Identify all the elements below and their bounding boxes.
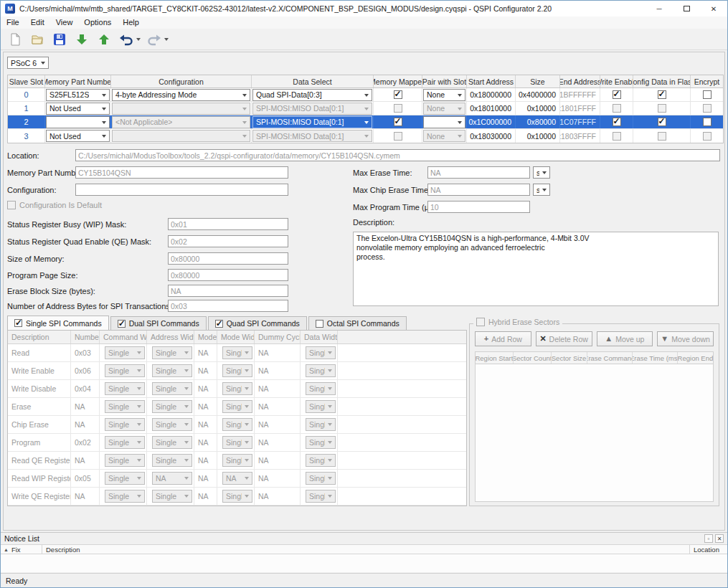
menu-view[interactable]: View	[50, 16, 79, 29]
app-window: M C:/Users/michal/mtw/mtb_shared/TARGET_…	[0, 0, 728, 588]
dual-spi-checkbox[interactable]	[118, 320, 126, 328]
command-dummy-cycles: NA	[255, 398, 301, 415]
address-width-select: Single	[152, 346, 192, 359]
redo-icon[interactable]	[146, 31, 163, 48]
write-enable-checkbox[interactable]	[613, 118, 621, 126]
program-page-size-field[interactable]	[168, 269, 288, 281]
header-description: Description	[8, 331, 71, 343]
new-file-icon[interactable]	[6, 31, 24, 48]
data-width-select: Single	[306, 436, 336, 449]
undo-menu-caret[interactable]	[136, 38, 141, 41]
sort-indicator-icon[interactable]: ▲	[4, 547, 9, 552]
quad-spi-checkbox[interactable]	[215, 320, 223, 328]
num-address-bytes-field[interactable]	[168, 300, 288, 312]
slave-slot-number: 3	[8, 129, 45, 143]
size-cell[interactable]: 0x4000000	[516, 88, 560, 101]
memory-mapped-checkbox[interactable]	[394, 90, 402, 99]
maximize-button[interactable]	[673, 1, 700, 16]
tab-dual-spi-commands[interactable]: Dual SPI Commands	[110, 316, 207, 330]
minimize-button[interactable]: ─	[646, 1, 673, 16]
header-notice-description: Description	[42, 545, 690, 554]
mode-width-select: Single	[222, 418, 252, 431]
memory-mapped-checkbox[interactable]	[394, 118, 402, 126]
size-cell[interactable]: 0x10000	[516, 129, 560, 143]
memory-part-select[interactable]: S25FL512S	[46, 89, 110, 101]
move-up-button: ▲Move up	[597, 331, 653, 346]
qe-mask-field[interactable]	[168, 235, 288, 247]
command-row-program: Program 0x02 Single Single NA Single NA …	[8, 434, 466, 452]
memory-part-select[interactable]: Not Used	[46, 130, 110, 142]
down-arrow-icon: ▼	[661, 335, 668, 343]
start-address-cell[interactable]: 0x18030000	[467, 129, 516, 143]
wip-mask-field[interactable]	[168, 218, 288, 230]
pair-with-slot-select[interactable]: None	[423, 116, 465, 128]
tab-octal-spi-commands[interactable]: Octal SPI Commands	[308, 316, 407, 330]
menu-file[interactable]: File	[1, 16, 25, 29]
command-description: Read WIP Register	[8, 470, 71, 487]
float-panel-icon[interactable]: ▫	[704, 534, 713, 543]
size-cell[interactable]: 0x10000	[516, 102, 560, 115]
data-select-select[interactable]: SPI-MOSI:MISO Data[0:1]	[252, 116, 372, 128]
slot-row-1[interactable]: 1 Not Used SPI-MOSI:MISO Data[0:1] None …	[8, 102, 723, 115]
mode-width-select: Single	[222, 364, 252, 377]
address-width-select: NA	[152, 472, 192, 485]
location-field[interactable]	[75, 149, 720, 161]
address-width-select: Single	[152, 490, 192, 503]
import-icon[interactable]	[73, 31, 90, 48]
slot-row-2[interactable]: 2 CY15B104QSN <Not Applicable> SPI-MOSI:…	[8, 115, 723, 129]
max-program-time-field[interactable]	[427, 201, 530, 213]
encrypt-checkbox[interactable]	[703, 90, 712, 99]
max-erase-time-field[interactable]	[427, 166, 530, 179]
max-erase-time-label: Max Erase Time:	[353, 169, 427, 177]
slot-row-3[interactable]: 3 Not Used SPI-MOSI:MISO Data[0:1] None …	[8, 129, 723, 143]
max-erase-time-unit-select[interactable]: s	[533, 166, 550, 179]
data-select-select[interactable]: Quad SPI-Data[0:3]	[252, 89, 372, 101]
encrypt-checkbox[interactable]	[703, 118, 712, 126]
menu-edit[interactable]: Edit	[25, 16, 50, 29]
tab-quad-spi-commands[interactable]: Quad SPI Commands	[208, 316, 307, 330]
single-spi-checkbox[interactable]	[14, 319, 22, 327]
size-cell[interactable]: 0x80000	[516, 115, 560, 128]
device-select[interactable]: PSoC 6	[7, 57, 49, 69]
erase-block-size-field[interactable]	[168, 285, 288, 297]
menu-options[interactable]: Options	[78, 16, 117, 29]
mode-width-select: NA	[222, 472, 252, 485]
mode-width-select: Single	[222, 436, 252, 449]
start-address-cell[interactable]: 0x18000000	[467, 88, 516, 101]
memory-part-number-field[interactable]	[75, 166, 288, 179]
command-mode: NA	[194, 452, 217, 469]
start-address-cell[interactable]: 0x18010000	[467, 102, 516, 115]
start-address-cell[interactable]: 0x1C000000	[467, 115, 516, 128]
memory-part-select[interactable]: CY15B104QSN	[46, 116, 110, 128]
pair-with-slot-select[interactable]: None	[423, 89, 465, 101]
max-chip-erase-time-unit-select[interactable]: s	[533, 184, 550, 196]
close-panel-icon[interactable]: ✕	[715, 534, 724, 543]
open-file-icon[interactable]	[29, 31, 46, 48]
octal-spi-checkbox[interactable]	[316, 320, 323, 328]
configuration-field[interactable]	[75, 184, 288, 196]
memory-mapped-checkbox	[394, 132, 402, 141]
configuration-select[interactable]: 4-byte Addressing Mode	[112, 89, 250, 101]
export-icon[interactable]	[95, 31, 113, 48]
write-enable-checkbox	[613, 132, 621, 141]
command-width-select: Single	[105, 490, 145, 503]
config-data-in-flash-checkbox[interactable]	[658, 118, 666, 126]
close-button[interactable]: ✕	[700, 1, 727, 16]
save-icon[interactable]	[51, 31, 68, 48]
undo-icon[interactable]	[118, 31, 135, 48]
size-of-memory-field[interactable]	[168, 252, 288, 265]
slot-row-0[interactable]: 0 S25FL512S 4-byte Addressing Mode Quad …	[8, 88, 723, 102]
configuration-label: Configuration:	[7, 186, 75, 194]
tab-single-spi-commands[interactable]: Single SPI Commands	[7, 316, 109, 330]
write-enable-checkbox[interactable]	[613, 90, 621, 99]
redo-menu-caret[interactable]	[164, 38, 169, 41]
memory-part-select[interactable]: Not Used	[46, 103, 110, 115]
command-description: Read	[8, 344, 71, 361]
data-width-select: Single	[306, 472, 336, 485]
command-dummy-cycles: NA	[255, 344, 301, 361]
delete-row-button: ✕Delete Row	[536, 331, 592, 346]
menu-help[interactable]: Help	[117, 16, 145, 29]
config-data-in-flash-checkbox[interactable]	[658, 90, 666, 99]
max-chip-erase-time-field[interactable]	[427, 184, 530, 196]
end-address-cell: 0x1803FFFF	[560, 129, 600, 143]
